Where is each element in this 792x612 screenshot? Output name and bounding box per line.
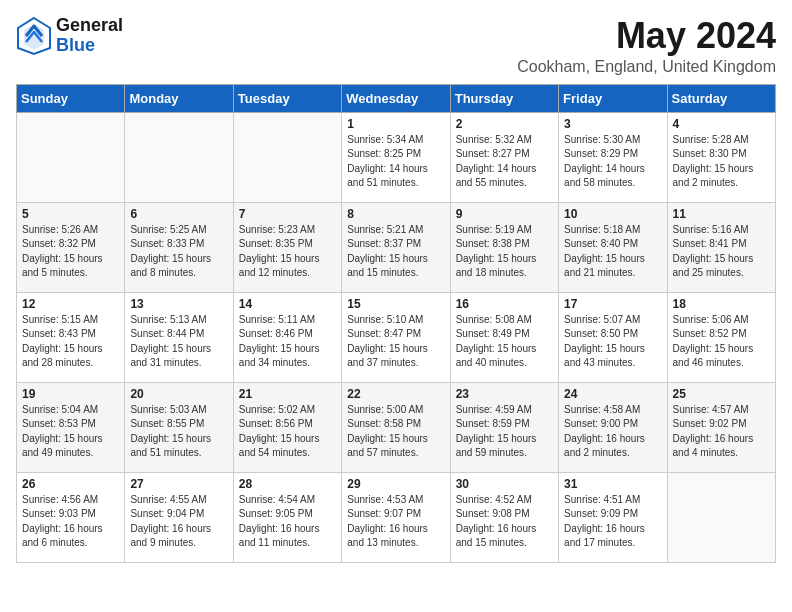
table-row: [125, 112, 233, 202]
day-content: Sunrise: 5:28 AM Sunset: 8:30 PM Dayligh…: [673, 133, 770, 191]
table-row: 13Sunrise: 5:13 AM Sunset: 8:44 PM Dayli…: [125, 292, 233, 382]
day-number: 25: [673, 387, 770, 401]
day-content: Sunrise: 5:13 AM Sunset: 8:44 PM Dayligh…: [130, 313, 227, 371]
weekday-header-row: Sunday Monday Tuesday Wednesday Thursday…: [17, 84, 776, 112]
day-number: 26: [22, 477, 119, 491]
day-number: 16: [456, 297, 553, 311]
table-row: 16Sunrise: 5:08 AM Sunset: 8:49 PM Dayli…: [450, 292, 558, 382]
day-content: Sunrise: 5:26 AM Sunset: 8:32 PM Dayligh…: [22, 223, 119, 281]
table-row: 3Sunrise: 5:30 AM Sunset: 8:29 PM Daylig…: [559, 112, 667, 202]
table-row: 18Sunrise: 5:06 AM Sunset: 8:52 PM Dayli…: [667, 292, 775, 382]
header-tuesday: Tuesday: [233, 84, 341, 112]
table-row: 27Sunrise: 4:55 AM Sunset: 9:04 PM Dayli…: [125, 472, 233, 562]
title-area: May 2024 Cookham, England, United Kingdo…: [517, 16, 776, 76]
header-saturday: Saturday: [667, 84, 775, 112]
day-number: 4: [673, 117, 770, 131]
table-row: 23Sunrise: 4:59 AM Sunset: 8:59 PM Dayli…: [450, 382, 558, 472]
day-content: Sunrise: 4:56 AM Sunset: 9:03 PM Dayligh…: [22, 493, 119, 551]
day-number: 18: [673, 297, 770, 311]
day-content: Sunrise: 5:16 AM Sunset: 8:41 PM Dayligh…: [673, 223, 770, 281]
day-number: 27: [130, 477, 227, 491]
day-content: Sunrise: 4:57 AM Sunset: 9:02 PM Dayligh…: [673, 403, 770, 461]
day-number: 19: [22, 387, 119, 401]
day-content: Sunrise: 5:15 AM Sunset: 8:43 PM Dayligh…: [22, 313, 119, 371]
day-number: 31: [564, 477, 661, 491]
table-row: 11Sunrise: 5:16 AM Sunset: 8:41 PM Dayli…: [667, 202, 775, 292]
day-content: Sunrise: 5:32 AM Sunset: 8:27 PM Dayligh…: [456, 133, 553, 191]
day-number: 28: [239, 477, 336, 491]
day-content: Sunrise: 5:23 AM Sunset: 8:35 PM Dayligh…: [239, 223, 336, 281]
day-content: Sunrise: 5:11 AM Sunset: 8:46 PM Dayligh…: [239, 313, 336, 371]
logo-general-text: General: [56, 16, 123, 36]
table-row: 30Sunrise: 4:52 AM Sunset: 9:08 PM Dayli…: [450, 472, 558, 562]
day-content: Sunrise: 5:04 AM Sunset: 8:53 PM Dayligh…: [22, 403, 119, 461]
day-content: Sunrise: 5:06 AM Sunset: 8:52 PM Dayligh…: [673, 313, 770, 371]
table-row: 19Sunrise: 5:04 AM Sunset: 8:53 PM Dayli…: [17, 382, 125, 472]
header-friday: Friday: [559, 84, 667, 112]
day-content: Sunrise: 5:30 AM Sunset: 8:29 PM Dayligh…: [564, 133, 661, 191]
day-content: Sunrise: 5:34 AM Sunset: 8:25 PM Dayligh…: [347, 133, 444, 191]
day-content: Sunrise: 5:00 AM Sunset: 8:58 PM Dayligh…: [347, 403, 444, 461]
calendar-week-row: 19Sunrise: 5:04 AM Sunset: 8:53 PM Dayli…: [17, 382, 776, 472]
table-row: 21Sunrise: 5:02 AM Sunset: 8:56 PM Dayli…: [233, 382, 341, 472]
day-content: Sunrise: 5:03 AM Sunset: 8:55 PM Dayligh…: [130, 403, 227, 461]
logo-text: General Blue: [56, 16, 123, 56]
month-title: May 2024: [517, 16, 776, 56]
table-row: 8Sunrise: 5:21 AM Sunset: 8:37 PM Daylig…: [342, 202, 450, 292]
day-content: Sunrise: 5:18 AM Sunset: 8:40 PM Dayligh…: [564, 223, 661, 281]
day-content: Sunrise: 5:07 AM Sunset: 8:50 PM Dayligh…: [564, 313, 661, 371]
logo-blue-text: Blue: [56, 36, 123, 56]
table-row: [667, 472, 775, 562]
table-row: 7Sunrise: 5:23 AM Sunset: 8:35 PM Daylig…: [233, 202, 341, 292]
table-row: 1Sunrise: 5:34 AM Sunset: 8:25 PM Daylig…: [342, 112, 450, 202]
header-thursday: Thursday: [450, 84, 558, 112]
table-row: [233, 112, 341, 202]
day-number: 1: [347, 117, 444, 131]
calendar-week-row: 26Sunrise: 4:56 AM Sunset: 9:03 PM Dayli…: [17, 472, 776, 562]
table-row: 2Sunrise: 5:32 AM Sunset: 8:27 PM Daylig…: [450, 112, 558, 202]
header-sunday: Sunday: [17, 84, 125, 112]
day-number: 9: [456, 207, 553, 221]
table-row: 24Sunrise: 4:58 AM Sunset: 9:00 PM Dayli…: [559, 382, 667, 472]
day-content: Sunrise: 4:55 AM Sunset: 9:04 PM Dayligh…: [130, 493, 227, 551]
header-monday: Monday: [125, 84, 233, 112]
day-content: Sunrise: 4:58 AM Sunset: 9:00 PM Dayligh…: [564, 403, 661, 461]
day-number: 2: [456, 117, 553, 131]
page-header: General Blue May 2024 Cookham, England, …: [16, 16, 776, 76]
calendar-week-row: 12Sunrise: 5:15 AM Sunset: 8:43 PM Dayli…: [17, 292, 776, 382]
table-row: 25Sunrise: 4:57 AM Sunset: 9:02 PM Dayli…: [667, 382, 775, 472]
logo-icon: [16, 16, 52, 56]
day-content: Sunrise: 5:10 AM Sunset: 8:47 PM Dayligh…: [347, 313, 444, 371]
table-row: 15Sunrise: 5:10 AM Sunset: 8:47 PM Dayli…: [342, 292, 450, 382]
day-number: 7: [239, 207, 336, 221]
day-number: 11: [673, 207, 770, 221]
day-number: 22: [347, 387, 444, 401]
day-number: 6: [130, 207, 227, 221]
table-row: 29Sunrise: 4:53 AM Sunset: 9:07 PM Dayli…: [342, 472, 450, 562]
table-row: 22Sunrise: 5:00 AM Sunset: 8:58 PM Dayli…: [342, 382, 450, 472]
day-content: Sunrise: 5:19 AM Sunset: 8:38 PM Dayligh…: [456, 223, 553, 281]
table-row: 14Sunrise: 5:11 AM Sunset: 8:46 PM Dayli…: [233, 292, 341, 382]
table-row: 20Sunrise: 5:03 AM Sunset: 8:55 PM Dayli…: [125, 382, 233, 472]
day-number: 21: [239, 387, 336, 401]
day-number: 3: [564, 117, 661, 131]
table-row: [17, 112, 125, 202]
day-number: 30: [456, 477, 553, 491]
table-row: 4Sunrise: 5:28 AM Sunset: 8:30 PM Daylig…: [667, 112, 775, 202]
day-number: 29: [347, 477, 444, 491]
table-row: 28Sunrise: 4:54 AM Sunset: 9:05 PM Dayli…: [233, 472, 341, 562]
day-content: Sunrise: 5:02 AM Sunset: 8:56 PM Dayligh…: [239, 403, 336, 461]
table-row: 17Sunrise: 5:07 AM Sunset: 8:50 PM Dayli…: [559, 292, 667, 382]
day-number: 14: [239, 297, 336, 311]
table-row: 26Sunrise: 4:56 AM Sunset: 9:03 PM Dayli…: [17, 472, 125, 562]
day-number: 24: [564, 387, 661, 401]
location-title: Cookham, England, United Kingdom: [517, 58, 776, 76]
table-row: 5Sunrise: 5:26 AM Sunset: 8:32 PM Daylig…: [17, 202, 125, 292]
day-content: Sunrise: 4:51 AM Sunset: 9:09 PM Dayligh…: [564, 493, 661, 551]
table-row: 12Sunrise: 5:15 AM Sunset: 8:43 PM Dayli…: [17, 292, 125, 382]
day-content: Sunrise: 5:25 AM Sunset: 8:33 PM Dayligh…: [130, 223, 227, 281]
logo: General Blue: [16, 16, 123, 56]
day-content: Sunrise: 5:21 AM Sunset: 8:37 PM Dayligh…: [347, 223, 444, 281]
header-wednesday: Wednesday: [342, 84, 450, 112]
day-number: 13: [130, 297, 227, 311]
